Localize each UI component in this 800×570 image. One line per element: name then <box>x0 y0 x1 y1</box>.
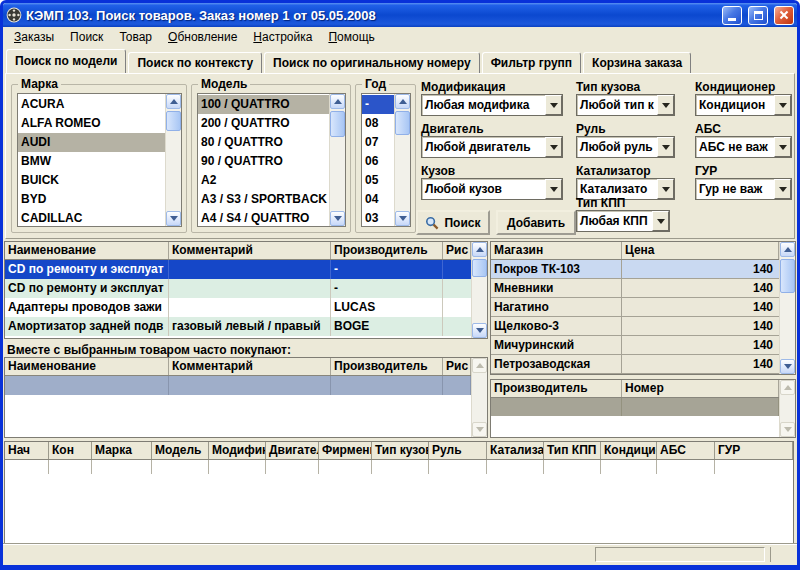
gearbox-select[interactable]: Любая КПП <box>576 210 670 232</box>
table-row[interactable]: Мичуринский 140 <box>491 336 779 355</box>
chevron-down-icon[interactable] <box>472 323 487 338</box>
cell: BOGE <box>331 317 443 336</box>
modification-select[interactable]: Любая модифика <box>421 94 563 116</box>
list-item[interactable]: 200 / QUATTRO <box>198 114 329 133</box>
table-row-selected[interactable]: Покров ТК-103 140 <box>491 260 779 279</box>
tab-search-by-context[interactable]: Поиск по контексту <box>128 52 262 73</box>
table-row[interactable]: CD по ремонту и эксплуат - <box>5 279 471 298</box>
vertical-scrollbar[interactable] <box>165 94 181 226</box>
chevron-up-icon[interactable] <box>166 94 181 109</box>
vertical-scrollbar[interactable] <box>329 94 345 226</box>
scrollbar-thumb[interactable] <box>395 111 410 135</box>
tab-search-by-model[interactable]: Поиск по модели <box>6 49 126 73</box>
chevron-down-icon[interactable] <box>395 211 410 226</box>
list-item[interactable]: ALFA ROMEO <box>18 114 165 133</box>
table-row[interactable]: Адаптеры проводов зажи LUCAS <box>5 298 471 317</box>
cell: 140 <box>622 298 779 316</box>
table-row[interactable]: Щелково-3 140 <box>491 317 779 336</box>
list-item[interactable]: 06 <box>362 152 394 171</box>
table-row[interactable]: Мневники 140 <box>491 279 779 298</box>
list-item[interactable]: BYD <box>18 190 165 209</box>
table-row-empty[interactable] <box>5 460 793 474</box>
list-item[interactable]: 05 <box>362 171 394 190</box>
brand-groupbox: Марка ACURA ALFA ROMEO AUDI BMW BUICK BY… <box>11 84 187 233</box>
scrollbar-thumb[interactable] <box>166 111 181 131</box>
table-row[interactable]: Петрозаводская 140 <box>491 355 779 374</box>
chevron-down-icon[interactable] <box>774 179 791 199</box>
menu-item-settings[interactable]: Настройка <box>245 28 320 46</box>
menu-item-update[interactable]: Обновление <box>160 28 245 46</box>
abs-select[interactable]: АБС не важ <box>695 136 792 158</box>
table-row[interactable]: Амортизатор задней подв газовый левый / … <box>5 317 471 336</box>
list-item-selected[interactable]: - <box>362 95 394 114</box>
vertical-scrollbar[interactable] <box>394 94 410 226</box>
chevron-down-icon[interactable] <box>774 137 791 157</box>
cell: 140 <box>622 279 779 297</box>
tab-search-by-oem-number[interactable]: Поиск по оригинальному номеру <box>264 52 480 73</box>
list-item-selected[interactable]: 100 / QUATTRO <box>198 95 329 114</box>
vertical-scrollbar[interactable] <box>779 242 795 374</box>
chevron-down-icon[interactable] <box>780 359 795 374</box>
maximize-button[interactable] <box>748 6 768 25</box>
chevron-up-icon[interactable] <box>395 94 410 109</box>
steering-select[interactable]: Любой руль <box>576 136 675 158</box>
chevron-up-icon[interactable] <box>472 242 487 257</box>
cell <box>443 279 471 298</box>
list-item[interactable]: A3 / S3 / SPORTBACK <box>198 190 329 209</box>
menu-item-product[interactable]: Товар <box>111 28 160 46</box>
tab-group-filter[interactable]: Фильтр групп <box>482 52 581 73</box>
chevron-down-icon[interactable] <box>545 95 562 115</box>
brand-list[interactable]: ACURA ALFA ROMEO AUDI BMW BUICK BYD CADI… <box>17 93 182 227</box>
list-item[interactable]: 80 / QUATTRO <box>198 133 329 152</box>
year-list[interactable]: - 08 07 06 05 04 03 02 01 <box>361 93 411 227</box>
column-header: Марка <box>92 442 152 459</box>
chevron-down-icon[interactable] <box>652 211 669 231</box>
list-item[interactable]: A2 <box>198 171 329 190</box>
minimize-button[interactable] <box>722 6 742 25</box>
aircon-select[interactable]: Кондицион <box>695 94 792 116</box>
body-type-select[interactable]: Любой тип к <box>576 94 675 116</box>
add-button[interactable]: Добавить <box>496 210 576 235</box>
menu-item-help[interactable]: Помощь <box>320 28 382 46</box>
scrollbar-thumb[interactable] <box>330 111 345 137</box>
engine-select[interactable]: Любой двигатель <box>421 136 563 158</box>
list-item[interactable]: 03 <box>362 209 394 226</box>
search-button[interactable]: Поиск <box>416 210 490 235</box>
chevron-down-icon[interactable] <box>330 211 345 226</box>
close-button[interactable] <box>774 6 794 25</box>
scrollbar-thumb[interactable] <box>780 259 795 293</box>
chevron-up-icon[interactable] <box>780 242 795 257</box>
menu-item-search[interactable]: Поиск <box>62 28 111 46</box>
list-item[interactable]: BMW <box>18 152 165 171</box>
list-item[interactable]: 07 <box>362 133 394 152</box>
list-item[interactable]: ACURA <box>18 95 165 114</box>
list-item[interactable]: A4 / S4 / QUATTRO <box>198 209 329 226</box>
chevron-down-icon[interactable] <box>774 95 791 115</box>
body-select[interactable]: Любой кузов <box>421 178 563 200</box>
scrollbar-thumb[interactable] <box>472 259 487 277</box>
chevron-up-icon[interactable] <box>330 94 345 109</box>
vertical-scrollbar[interactable] <box>471 242 487 338</box>
model-list[interactable]: 100 / QUATTRO 200 / QUATTRO 80 / QUATTRO… <box>197 93 346 227</box>
chevron-down-icon[interactable] <box>545 179 562 199</box>
chevron-down-icon[interactable] <box>545 137 562 157</box>
gur-select[interactable]: Гур не важ <box>695 178 792 200</box>
title-bar[interactable]: КЭМП 103. Поиск товаров. Заказ номер 1 о… <box>3 3 797 27</box>
table-row-selected-empty[interactable] <box>491 398 779 416</box>
list-item[interactable]: BUICK <box>18 171 165 190</box>
list-item[interactable]: CADILLAC <box>18 209 165 226</box>
list-item-selected[interactable]: AUDI <box>18 133 165 152</box>
list-item[interactable]: 08 <box>362 114 394 133</box>
chevron-down-icon[interactable] <box>657 137 674 157</box>
list-item[interactable]: 04 <box>362 190 394 209</box>
table-row[interactable]: Нагатино 140 <box>491 298 779 317</box>
chevron-down-icon[interactable] <box>657 95 674 115</box>
list-item[interactable]: 90 / QUATTRO <box>198 152 329 171</box>
table-row-selected-empty[interactable] <box>5 376 471 395</box>
menu-item-orders[interactable]: Заказы <box>6 28 62 46</box>
shops-header-row: Магазин Цена <box>491 242 779 260</box>
tab-order-basket[interactable]: Корзина заказа <box>583 52 691 73</box>
chevron-down-icon[interactable] <box>166 211 181 226</box>
status-divider <box>770 547 771 562</box>
table-row-selected[interactable]: CD по ремонту и эксплуат - <box>5 260 471 279</box>
